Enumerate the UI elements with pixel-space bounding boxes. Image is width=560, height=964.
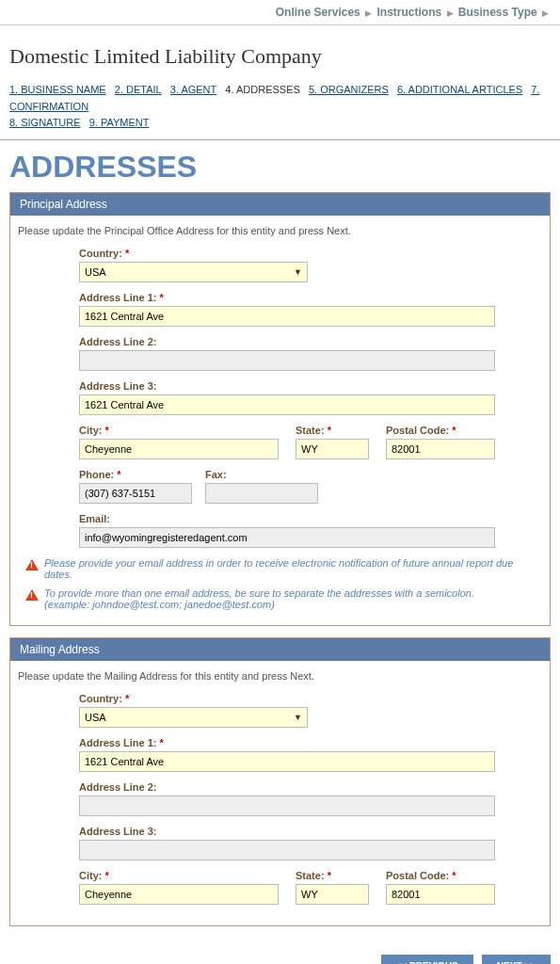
next-button[interactable]: NEXT >> <box>482 955 551 964</box>
topnav-instructions[interactable]: Instructions <box>376 6 441 19</box>
step-payment[interactable]: 9. PAYMENT <box>89 117 155 128</box>
warning-icon <box>25 559 39 570</box>
warning-multi-email: To provide more than one email address, … <box>25 587 535 610</box>
state-label: State: * <box>296 425 369 436</box>
chevron-right-icon: ▶ <box>363 8 374 18</box>
addr3-input[interactable] <box>79 394 495 415</box>
state-input[interactable] <box>296 439 369 459</box>
m-state-input[interactable] <box>296 884 369 905</box>
topnav-business-type[interactable]: Business Type <box>458 6 537 19</box>
m-postal-input[interactable] <box>386 884 495 905</box>
header: Domestic Limited Liability Company 1. BU… <box>0 25 560 140</box>
phone-input[interactable] <box>79 483 192 504</box>
m-state-label: State: * <box>296 870 369 881</box>
step-business-name[interactable]: 1. BUSINESS NAME <box>9 84 112 95</box>
company-title: Domestic Limited Liability Company <box>9 44 551 69</box>
principal-address-section: Principal Address Please update the Prin… <box>9 192 551 626</box>
step-detail[interactable]: 2. DETAIL <box>115 84 168 95</box>
m-addr1-label: Address Line 1: * <box>79 737 495 748</box>
city-label: City: * <box>79 425 279 436</box>
m-addr1-input[interactable] <box>79 751 495 772</box>
m-city-label: City: * <box>79 870 279 881</box>
m-postal-label: Postal Code: * <box>386 870 495 881</box>
m-addr3-label: Address Line 3: <box>79 826 495 837</box>
country-label: Country: * <box>79 248 495 259</box>
postal-label: Postal Code: * <box>386 425 495 436</box>
step-organizers[interactable]: 5. ORGANIZERS <box>309 84 394 95</box>
step-signature[interactable]: 8. SIGNATURE <box>9 117 87 128</box>
m-addr2-label: Address Line 2: <box>79 781 495 793</box>
addr3-label: Address Line 3: <box>79 380 495 392</box>
postal-input[interactable] <box>386 439 495 459</box>
m-country-select[interactable]: USA <box>79 707 308 728</box>
mailing-address-section: Mailing Address Please update the Mailin… <box>9 637 551 926</box>
wizard-steps: 1. BUSINESS NAME 2. DETAIL 3. AGENT 4. A… <box>9 82 551 132</box>
step-addresses-current: 4. ADDRESSES <box>225 84 305 95</box>
addr1-label: Address Line 1: * <box>79 292 495 303</box>
step-agent[interactable]: 3. AGENT <box>170 84 223 95</box>
nav-buttons: << PREVIOUS NEXT >> <box>9 955 551 964</box>
chevron-right-icon: ▶ <box>445 8 456 18</box>
email-input[interactable] <box>79 527 495 548</box>
principal-instructions: Please update the Principal Office Addre… <box>18 225 542 236</box>
fax-input[interactable] <box>205 483 318 504</box>
m-country-label: Country: * <box>79 693 495 704</box>
warning-email-notify: Please provide your email address in ord… <box>25 557 535 580</box>
country-select[interactable]: USA <box>79 262 308 282</box>
previous-button[interactable]: << PREVIOUS <box>381 955 473 964</box>
fax-label: Fax: <box>205 469 318 480</box>
m-city-input[interactable] <box>79 884 279 905</box>
page-title: ADDRESSES <box>9 150 551 185</box>
addr2-input[interactable] <box>79 350 495 371</box>
email-label: Email: <box>79 513 495 524</box>
topnav-online-services[interactable]: Online Services <box>276 6 360 19</box>
m-addr2-input[interactable] <box>79 795 495 816</box>
addr2-label: Address Line 2: <box>79 336 495 347</box>
m-addr3-input[interactable] <box>79 840 495 860</box>
warning-icon <box>25 589 39 601</box>
city-input[interactable] <box>79 439 279 459</box>
top-nav: Online Services ▶ Instructions ▶ Busines… <box>0 0 560 25</box>
mailing-address-header: Mailing Address <box>10 638 550 661</box>
step-additional-articles[interactable]: 6. ADDITIONAL ARTICLES <box>397 84 528 95</box>
chevron-right-icon: ▶ <box>540 8 551 18</box>
mailing-instructions: Please update the Mailing Address for th… <box>18 670 542 682</box>
principal-address-header: Principal Address <box>10 193 550 216</box>
addr1-input[interactable] <box>79 306 495 327</box>
phone-label: Phone: * <box>79 469 192 480</box>
